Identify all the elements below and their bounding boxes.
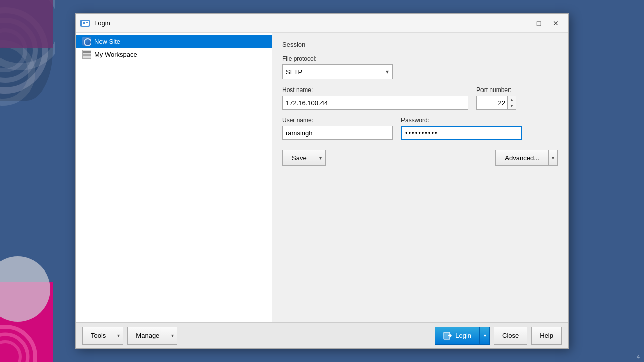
new-site-label: New Site (94, 38, 120, 45)
protocol-select[interactable]: SFTP FTP SCP WebDAV S3 (282, 64, 393, 79)
protocol-row: File protocol: SFTP FTP SCP WebDAV S3 (282, 55, 558, 79)
svg-point-2 (0, 30, 25, 70)
dialog-title: Login (94, 19, 514, 27)
svg-point-1 (0, 20, 35, 80)
login-dropdown-button[interactable]: ▾ (480, 327, 490, 345)
svg-point-3 (0, 327, 35, 362)
username-group: User name: (282, 117, 393, 140)
bottom-bar: Tools ▾ Manage ▾ Login ▾ Close Help (76, 322, 568, 348)
advanced-button[interactable]: Advanced... (495, 150, 549, 166)
page-number: 4 (637, 354, 640, 360)
bottom-right-buttons: Login ▾ Close Help (435, 327, 562, 345)
host-input[interactable] (282, 96, 468, 110)
close-button[interactable]: ✕ (548, 17, 564, 30)
manage-split-btn: Manage ▾ (127, 327, 177, 345)
login-button-label: Login (455, 332, 471, 339)
port-label: Port number: (476, 86, 516, 94)
advanced-split-btn: Advanced... ▾ (495, 150, 558, 166)
tools-dropdown-button[interactable]: ▾ (114, 327, 123, 345)
credentials-row: User name: Password: (282, 117, 558, 140)
workspace-icon (82, 50, 91, 59)
tree-item-new-site[interactable]: New Site (76, 35, 272, 48)
login-icon (443, 331, 452, 340)
maximize-button[interactable]: □ (531, 17, 547, 30)
close-button-bottom[interactable]: Close (494, 327, 527, 345)
username-label: User name: (282, 117, 393, 124)
dialog-content: New Site My Workspace Session File proto… (76, 33, 568, 322)
login-button[interactable]: Login (435, 327, 480, 345)
protocol-label: File protocol: (282, 55, 393, 62)
password-label: Password: (401, 117, 522, 124)
port-spinners: ▲ ▼ (507, 96, 516, 109)
minimize-button[interactable]: — (514, 17, 530, 30)
workspace-label: My Workspace (94, 51, 137, 58)
protocol-group: File protocol: SFTP FTP SCP WebDAV S3 (282, 55, 393, 79)
svg-point-5 (0, 342, 20, 362)
port-input[interactable] (477, 96, 507, 109)
port-decrement[interactable]: ▼ (508, 103, 516, 110)
host-group: Host name: (282, 86, 468, 110)
tools-button[interactable]: Tools (82, 327, 114, 345)
window-controls: — □ ✕ (514, 17, 564, 30)
app-icon (80, 18, 90, 28)
svg-rect-9 (86, 22, 88, 23)
title-bar: Login — □ ✕ (76, 14, 568, 33)
protocol-select-wrap: SFTP FTP SCP WebDAV S3 (282, 64, 393, 79)
svg-point-4 (0, 334, 28, 362)
password-group: Password: (401, 117, 522, 140)
username-input[interactable] (282, 126, 393, 140)
svg-rect-8 (83, 22, 85, 24)
password-input[interactable] (401, 126, 522, 140)
svg-point-0 (0, 10, 45, 90)
port-input-wrap: ▲ ▼ (476, 96, 516, 110)
manage-button[interactable]: Manage (127, 327, 168, 345)
port-increment[interactable]: ▲ (508, 96, 516, 103)
site-tree: New Site My Workspace (76, 33, 272, 322)
port-group: Port number: ▲ ▼ (476, 86, 516, 110)
login-dialog: Login — □ ✕ New Site My Workspace Sessio… (75, 13, 569, 349)
new-site-icon (82, 37, 91, 46)
host-port-row: Host name: Port number: ▲ ▼ (282, 86, 558, 110)
session-buttons-row: Save ▾ Advanced... ▾ (282, 150, 558, 166)
save-dropdown-button[interactable]: ▾ (316, 150, 326, 166)
advanced-dropdown-button[interactable]: ▾ (549, 150, 558, 166)
tree-item-workspace[interactable]: My Workspace (76, 48, 272, 61)
save-button[interactable]: Save (282, 150, 316, 166)
tools-split-btn: Tools ▾ (82, 327, 123, 345)
host-label: Host name: (282, 86, 468, 94)
session-panel: Session File protocol: SFTP FTP SCP WebD… (272, 33, 568, 322)
save-split-btn: Save ▾ (282, 150, 326, 166)
help-button[interactable]: Help (531, 327, 562, 345)
manage-dropdown-button[interactable]: ▾ (168, 327, 177, 345)
session-title: Session (282, 41, 558, 48)
login-split-btn: Login ▾ (435, 327, 490, 345)
